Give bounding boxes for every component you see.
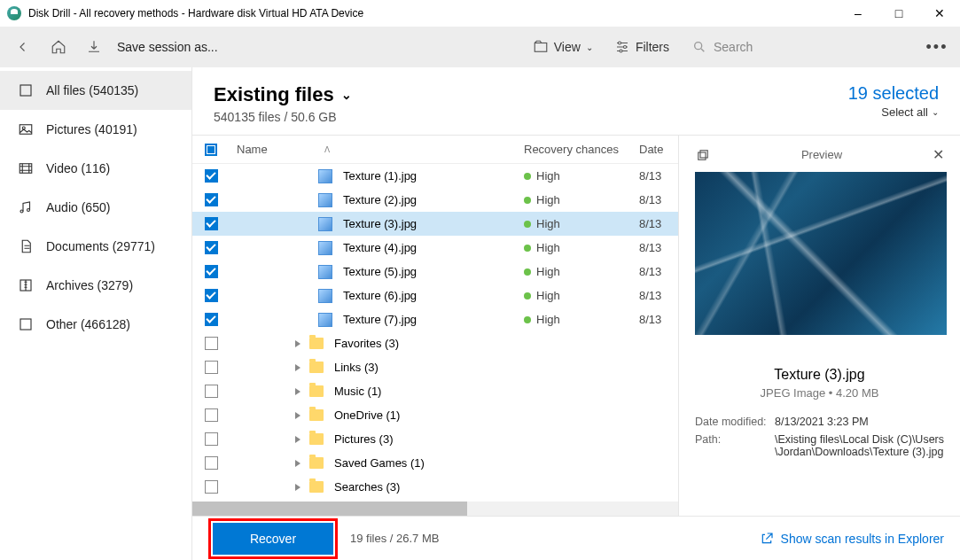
table-row[interactable]: Texture (5).jpgHigh8/13 xyxy=(192,260,678,284)
row-checkbox[interactable] xyxy=(205,169,218,183)
row-name: Searches (3) xyxy=(334,480,400,494)
sidebar-item-other[interactable]: Other (466128) xyxy=(0,305,191,344)
row-checkbox[interactable] xyxy=(205,480,218,494)
main-title[interactable]: Existing files ⌄ xyxy=(214,83,352,106)
path-value: \Existing files\Local Disk (C)\Users\Jor… xyxy=(775,433,944,458)
sidebar-item-pictures[interactable]: Pictures (40191) xyxy=(0,110,191,149)
table-row[interactable]: OneDrive (1) xyxy=(192,403,678,427)
recover-button[interactable]: Recover xyxy=(213,523,333,555)
sidebar-item-documents[interactable]: Documents (29771) xyxy=(0,227,191,266)
show-in-explorer-button[interactable]: Show scan results in Explorer xyxy=(760,532,944,546)
row-checkbox[interactable] xyxy=(205,217,218,230)
table-row[interactable]: Music (1) xyxy=(192,379,678,403)
expand-icon[interactable] xyxy=(295,460,300,467)
table-row[interactable]: Texture (2).jpgHigh8/13 xyxy=(192,188,678,212)
maximize-button[interactable]: □ xyxy=(878,0,919,27)
file-rows[interactable]: Texture (1).jpgHigh8/13Texture (2).jpgHi… xyxy=(192,164,678,502)
sidebar-item-video[interactable]: Video (116) xyxy=(0,149,191,188)
svg-point-2 xyxy=(623,46,626,49)
expand-icon[interactable] xyxy=(295,484,300,491)
folder-icon xyxy=(309,338,324,349)
recovery-value: High xyxy=(536,193,560,206)
table-row[interactable]: Texture (1).jpgHigh8/13 xyxy=(192,164,678,188)
row-checkbox[interactable] xyxy=(205,313,218,326)
search-input[interactable]: Search xyxy=(683,33,914,61)
main-area: Existing files ⌄ 540135 files / 50.6 GB … xyxy=(192,67,960,560)
main-subtitle: 540135 files / 50.6 GB xyxy=(214,110,352,124)
row-checkbox[interactable] xyxy=(205,385,218,398)
date-value: 8/13 xyxy=(639,241,678,254)
horizontal-scrollbar[interactable] xyxy=(192,502,678,516)
expand-icon[interactable] xyxy=(295,388,300,395)
table-row[interactable]: Texture (6).jpgHigh8/13 xyxy=(192,284,678,307)
sidebar-item-archives[interactable]: Archives (3279) xyxy=(0,266,191,305)
expand-icon[interactable] xyxy=(295,340,300,347)
save-session-label[interactable]: Save session as... xyxy=(117,40,522,54)
table-row[interactable]: Texture (4).jpgHigh8/13 xyxy=(192,236,678,260)
home-button[interactable] xyxy=(43,31,74,63)
table-row[interactable]: Texture (7).jpgHigh8/13 xyxy=(192,307,678,331)
select-all-button[interactable]: Select all ⌄ xyxy=(848,105,939,119)
status-dot-icon xyxy=(524,245,531,252)
filters-button[interactable]: Filters xyxy=(607,31,676,63)
row-checkbox[interactable] xyxy=(205,265,218,278)
date-value: 8/13 xyxy=(639,313,678,326)
date-value: 8/13 xyxy=(639,289,678,302)
sidebar-item-label: Audio (650) xyxy=(46,200,110,214)
row-name: Music (1) xyxy=(334,385,381,398)
header-checkbox[interactable] xyxy=(205,144,217,156)
folder-icon xyxy=(309,362,324,373)
date-value: 8/13 xyxy=(639,169,678,183)
status-dot-icon xyxy=(524,221,531,228)
date-modified-label: Date modified: xyxy=(695,416,775,428)
svg-rect-5 xyxy=(20,85,31,96)
row-checkbox[interactable] xyxy=(205,337,218,350)
sidebar-item-label: Pictures (40191) xyxy=(46,122,137,136)
external-link-icon xyxy=(760,532,774,546)
column-recovery[interactable]: Recovery chances xyxy=(524,143,639,156)
row-checkbox[interactable] xyxy=(205,289,218,302)
table-row[interactable]: Favorites (3) xyxy=(192,331,678,355)
date-value: 8/13 xyxy=(639,265,678,278)
sidebar-item-audio[interactable]: Audio (650) xyxy=(0,188,191,227)
filters-icon xyxy=(614,39,630,55)
view-button[interactable]: View ⌄ xyxy=(526,31,600,63)
status-dot-icon xyxy=(524,316,531,323)
column-date[interactable]: Date xyxy=(639,143,678,156)
table-row[interactable]: Pictures (3) xyxy=(192,427,678,451)
row-checkbox[interactable] xyxy=(205,193,218,206)
table-row[interactable]: Saved Games (1) xyxy=(192,451,678,475)
sidebar-item-all-files[interactable]: All files (540135) xyxy=(0,71,191,110)
row-checkbox[interactable] xyxy=(205,456,218,470)
expand-icon[interactable] xyxy=(295,412,300,419)
recovery-value: High xyxy=(536,241,560,254)
table-row[interactable]: Texture (3).jpgHigh8/13 xyxy=(192,212,678,236)
chevron-down-icon: ⌄ xyxy=(341,88,352,102)
table-row[interactable]: Links (3) xyxy=(192,355,678,379)
sidebar-item-label: Archives (3279) xyxy=(46,278,133,292)
table-row[interactable]: Searches (3) xyxy=(192,475,678,499)
popout-icon[interactable] xyxy=(695,147,711,163)
toolbar: Save session as... View ⌄ Filters Search… xyxy=(0,27,960,67)
close-button[interactable]: ✕ xyxy=(919,0,960,27)
expand-icon[interactable] xyxy=(295,364,300,371)
column-name[interactable]: Nameᐱ xyxy=(237,143,524,156)
row-name: Texture (7).jpg xyxy=(343,313,417,326)
expand-icon[interactable] xyxy=(295,436,300,443)
sidebar-item-label: Documents (29771) xyxy=(46,239,155,253)
row-checkbox[interactable] xyxy=(205,361,218,374)
selected-count: 19 selected xyxy=(848,83,939,104)
status-dot-icon xyxy=(524,173,531,180)
minimize-button[interactable]: – xyxy=(838,0,878,27)
row-checkbox[interactable] xyxy=(205,408,218,422)
row-checkbox[interactable] xyxy=(205,432,218,446)
save-session-button[interactable] xyxy=(78,31,110,63)
status-dot-icon xyxy=(524,197,531,204)
more-button[interactable]: ••• xyxy=(921,31,953,63)
footer: Recover 19 files / 26.7 MB Show scan res… xyxy=(192,516,960,560)
back-button[interactable] xyxy=(7,31,39,63)
preview-meta: JPEG Image • 4.20 MB xyxy=(695,386,944,400)
close-preview-button[interactable]: ✕ xyxy=(933,146,944,163)
row-checkbox[interactable] xyxy=(205,241,218,254)
file-icon xyxy=(318,193,332,207)
